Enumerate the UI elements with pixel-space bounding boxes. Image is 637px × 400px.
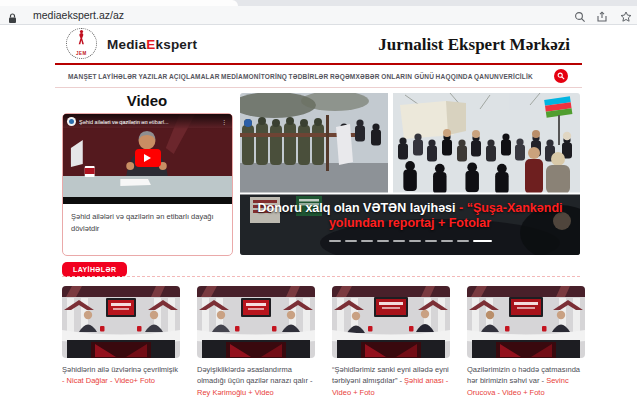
nav-item-haqqinda[interactable]: HAQQINDA bbox=[436, 73, 473, 80]
channel-avatar[interactable] bbox=[67, 117, 76, 126]
nav-item-tedbirler[interactable]: TƏDBİRLƏR bbox=[289, 73, 329, 80]
nav-item-manset[interactable]: MANŞET bbox=[68, 73, 97, 80]
zoom-icon[interactable] bbox=[574, 9, 586, 27]
nav-item-layiheler[interactable]: LAYİHƏLƏR bbox=[98, 73, 137, 80]
brand-part-rest: kspert bbox=[155, 37, 197, 52]
nav-item-aciqlamalar[interactable]: AÇIQLAMALAR bbox=[169, 73, 220, 80]
nav-item-mediamonitorinq[interactable]: MEDİAMONİTORİNQ bbox=[221, 73, 287, 80]
slider-dot[interactable] bbox=[361, 240, 373, 242]
slider-dot[interactable] bbox=[425, 240, 437, 242]
brand-part-black: Media bbox=[107, 37, 146, 52]
site-header: JEM MediaEkspert Jurnalist Ekspert Mərkə… bbox=[55, 26, 582, 63]
youtube-video-title[interactable]: Şəhid ailələri və qazilərin ən etibarl..… bbox=[79, 119, 218, 125]
slider-dot[interactable] bbox=[393, 240, 405, 242]
nav-item-onlarin-gunu[interactable]: ONLARIN GÜNÜ bbox=[381, 73, 434, 80]
logo-emblem-figure bbox=[67, 29, 96, 53]
project-card[interactable]: Qazilərimizin o həddə çatmasında hər bir… bbox=[467, 286, 585, 398]
search-button[interactable] bbox=[554, 69, 568, 83]
project-card-caption[interactable]: Qazilərimizin o həddə çatmasında hər bir… bbox=[467, 364, 585, 398]
project-card[interactable]: Şəhidlərin ailə üzvlərinə çevrilmişik - … bbox=[62, 286, 180, 387]
browser-window: mediaekspert.az/az JEM MediaEkspert Jurn… bbox=[0, 0, 637, 400]
project-card-thumbnail bbox=[332, 286, 450, 358]
studio-image bbox=[467, 286, 585, 358]
player-controls-bar[interactable] bbox=[63, 197, 232, 204]
bookmark-icon[interactable] bbox=[620, 9, 632, 27]
url-text[interactable]: mediaekspert.az/az bbox=[33, 9, 124, 21]
slider-pagination bbox=[240, 240, 580, 242]
search-icon bbox=[557, 72, 565, 80]
slider-dot[interactable] bbox=[377, 240, 389, 242]
share-icon[interactable] bbox=[596, 9, 609, 27]
caption-link: Rey Kərimoğlu + Video bbox=[197, 388, 274, 397]
slider-dot-active[interactable] bbox=[473, 240, 492, 242]
logo-emblem-text: JEM bbox=[67, 51, 96, 56]
projects-divider bbox=[62, 276, 580, 277]
youtube-more-icon[interactable]: ⋮ bbox=[221, 118, 228, 125]
slider-dot[interactable] bbox=[345, 240, 357, 242]
project-card-thumbnail bbox=[467, 286, 585, 358]
video-section-heading: Video bbox=[62, 92, 232, 109]
site-title: Jurnalist Ekspert Mərkəzi bbox=[378, 35, 570, 55]
project-card-caption[interactable]: Şəhidlərin ailə üzvlərinə çevrilmişik - … bbox=[62, 364, 180, 387]
lock-icon bbox=[8, 10, 17, 28]
caption-text: Şəhidlərin ailə üzvlərinə çevrilmişik bbox=[62, 365, 178, 374]
project-card-thumbnail bbox=[197, 286, 315, 358]
project-card-caption[interactable]: Dəyişikliklərdə əsaslandırma olmadığı üç… bbox=[197, 364, 315, 398]
slider-dot[interactable] bbox=[409, 240, 421, 242]
projects-tab[interactable]: LAYİHƏLƏR bbox=[62, 262, 127, 277]
project-card-caption[interactable]: “Şəhidlərimiz sanki eyni ailədə eyni tər… bbox=[332, 364, 450, 398]
youtube-topbar: Şəhid ailələri və qazilərin ən etibarl..… bbox=[63, 114, 232, 129]
slider-dot[interactable] bbox=[457, 240, 469, 242]
main-navigation: MANŞET LAYİHƏLƏR YAZILAR AÇIQLAMALAR MED… bbox=[55, 63, 582, 88]
nav-item-reqemxeber[interactable]: RƏQƏMXƏBƏR bbox=[330, 73, 380, 80]
play-button[interactable] bbox=[135, 149, 161, 167]
brand-name[interactable]: MediaEkspert bbox=[107, 37, 197, 52]
slider-dot[interactable] bbox=[329, 240, 341, 242]
nav-item-qanunvericilik[interactable]: QANUNVERİCİLİK bbox=[474, 73, 533, 80]
slider-dot[interactable] bbox=[441, 240, 453, 242]
project-card[interactable]: Dəyişikliklərdə əsaslandırma olmadığı üç… bbox=[197, 286, 315, 398]
video-card: www.mediaekspert.az Şəhid ailələri və qa… bbox=[62, 113, 233, 256]
site-logo[interactable]: JEM bbox=[66, 28, 97, 59]
nav-item-yazilar[interactable]: YAZILAR bbox=[138, 73, 167, 80]
studio-image bbox=[332, 286, 450, 358]
featured-headline[interactable]: Donoru xalq olan VƏTƏN layihəsi - “Şuşa-… bbox=[250, 201, 570, 231]
project-card-thumbnail bbox=[62, 286, 180, 358]
browser-address-bar[interactable]: mediaekspert.az/az bbox=[0, 6, 637, 25]
video-caption[interactable]: Şəhid ailələri və qazilərin ən etibarlı … bbox=[63, 204, 232, 241]
caption-link: - Nicat Dağlar - Video+ Foto bbox=[62, 376, 155, 385]
studio-image bbox=[197, 286, 315, 358]
studio-image bbox=[62, 286, 180, 358]
caption-text: Dəyişikliklərdə əsaslandırma olmadığı üç… bbox=[197, 365, 312, 385]
project-card[interactable]: “Şəhidlərimiz sanki eyni ailədə eyni tər… bbox=[332, 286, 450, 398]
headline-white-part: Donoru xalq olan VƏTƏN layihəsi bbox=[257, 201, 455, 215]
youtube-player[interactable]: www.mediaekspert.az Şəhid ailələri və qa… bbox=[63, 114, 232, 204]
featured-slider[interactable]: Donoru xalq olan VƏTƏN layihəsi - “Şuşa-… bbox=[240, 93, 580, 255]
